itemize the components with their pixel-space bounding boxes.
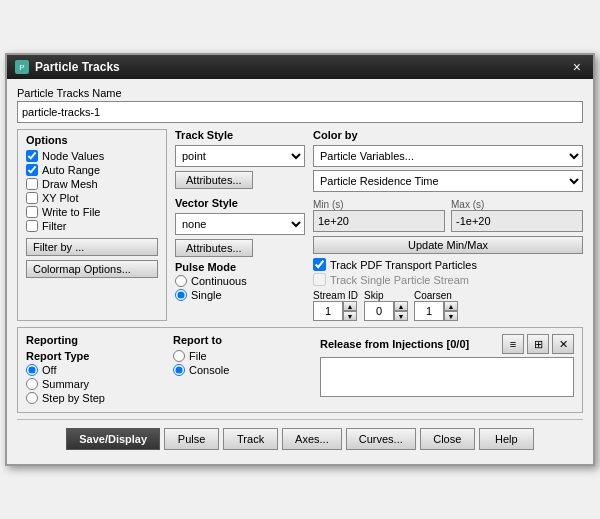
- write-to-file-row: Write to File: [26, 206, 158, 218]
- close-window-button[interactable]: ×: [569, 60, 585, 74]
- max-label: Max (s): [451, 199, 583, 210]
- single-particle-checkbox[interactable]: [313, 273, 326, 286]
- max-input[interactable]: [451, 210, 583, 232]
- skip-down-btn[interactable]: ▼: [394, 311, 408, 321]
- release-add-button[interactable]: ⊞: [527, 334, 549, 354]
- off-row: Off: [26, 364, 153, 376]
- write-to-file-label: Write to File: [42, 206, 100, 218]
- coarsen-spinner: ▲ ▼: [414, 301, 458, 321]
- continuous-radio[interactable]: [175, 275, 187, 287]
- summary-row: Summary: [26, 378, 153, 390]
- close-dialog-button[interactable]: Close: [420, 428, 475, 450]
- track-style-select[interactable]: point line: [175, 145, 305, 167]
- file-label: File: [189, 350, 207, 362]
- max-col: Max (s): [451, 199, 583, 232]
- app-icon: P: [15, 60, 29, 74]
- name-input[interactable]: [17, 101, 583, 123]
- report-type-title: Report Type: [26, 350, 153, 362]
- name-label: Particle Tracks Name: [17, 87, 583, 99]
- colormap-options-button[interactable]: Colormap Options...: [26, 260, 158, 278]
- update-min-max-button[interactable]: Update Min/Max: [313, 236, 583, 254]
- step-by-step-radio[interactable]: [26, 392, 38, 404]
- reporting-title: Reporting: [26, 334, 153, 346]
- track-button[interactable]: Track: [223, 428, 278, 450]
- skip-spinner-btns: ▲ ▼: [394, 301, 408, 321]
- coarsen-up-btn[interactable]: ▲: [444, 301, 458, 311]
- coarsen-label: Coarsen: [414, 290, 458, 301]
- vector-style-select[interactable]: none arrow: [175, 213, 305, 235]
- color-by-dropdown2[interactable]: Particle Residence Time: [313, 170, 583, 192]
- summary-radio[interactable]: [26, 378, 38, 390]
- draw-mesh-checkbox[interactable]: [26, 178, 38, 190]
- single-particle-row: Track Single Particle Stream: [313, 273, 583, 286]
- vector-attributes-button[interactable]: Attributes...: [175, 239, 253, 257]
- window-title: Particle Tracks: [35, 60, 120, 74]
- skip-input[interactable]: [364, 301, 394, 321]
- release-section: Release from Injections [0/0] ≡ ⊞ ✕: [320, 334, 574, 397]
- continuous-row: Continuous: [175, 275, 305, 287]
- stream-id-up-btn[interactable]: ▲: [343, 301, 357, 311]
- report-to-group: Report to File Console: [173, 334, 300, 378]
- off-radio[interactable]: [26, 364, 38, 376]
- dialog-window: P Particle Tracks × Particle Tracks Name…: [5, 53, 595, 466]
- console-radio[interactable]: [173, 364, 185, 376]
- step-by-step-row: Step by Step: [26, 392, 153, 404]
- stream-id-label: Stream ID: [313, 290, 358, 301]
- coarsen-down-btn[interactable]: ▼: [444, 311, 458, 321]
- single-radio[interactable]: [175, 289, 187, 301]
- help-button[interactable]: Help: [479, 428, 534, 450]
- axes-button[interactable]: Axes...: [282, 428, 342, 450]
- options-title: Options: [26, 134, 158, 146]
- release-list-button[interactable]: ≡: [502, 334, 524, 354]
- color-by-dropdown1[interactable]: Particle Variables...: [313, 145, 583, 167]
- pdf-transport-checkbox[interactable]: [313, 258, 326, 271]
- filter-by-button[interactable]: Filter by ...: [26, 238, 158, 256]
- single-row: Single: [175, 289, 305, 301]
- coarsen-input[interactable]: [414, 301, 444, 321]
- filter-label: Filter: [42, 220, 66, 232]
- pdf-transport-row: Track PDF Transport Particles: [313, 258, 583, 271]
- filter-row: Filter: [26, 220, 158, 232]
- off-label: Off: [42, 364, 56, 376]
- coarsen-spinner-btns: ▲ ▼: [444, 301, 458, 321]
- single-particle-label: Track Single Particle Stream: [330, 274, 469, 286]
- reporting-section: Reporting Report Type Off Summary Step b…: [17, 327, 583, 413]
- single-label: Single: [191, 289, 222, 301]
- pulse-button[interactable]: Pulse: [164, 428, 219, 450]
- pulse-section: Pulse Mode Continuous Single: [175, 261, 305, 301]
- node-values-checkbox[interactable]: [26, 150, 38, 162]
- release-header: Release from Injections [0/0] ≡ ⊞ ✕: [320, 334, 574, 354]
- stream-id-input[interactable]: [313, 301, 343, 321]
- draw-mesh-label: Draw Mesh: [42, 178, 98, 190]
- stream-row: Stream ID ▲ ▼ Skip: [313, 290, 583, 321]
- color-by-title: Color by: [313, 129, 583, 141]
- stream-id-down-btn[interactable]: ▼: [343, 311, 357, 321]
- filter-checkbox[interactable]: [26, 220, 38, 232]
- vector-style-title: Vector Style: [175, 197, 305, 209]
- release-label: Release from Injections [0/0]: [320, 338, 469, 350]
- skip-up-btn[interactable]: ▲: [394, 301, 408, 311]
- stream-id-spinner: ▲ ▼: [313, 301, 358, 321]
- curves-button[interactable]: Curves...: [346, 428, 416, 450]
- main-section-row: Options Node Values Auto Range Draw Mesh…: [17, 129, 583, 321]
- stream-id-spinner-btns: ▲ ▼: [343, 301, 357, 321]
- min-input[interactable]: [313, 210, 445, 232]
- auto-range-row: Auto Range: [26, 164, 158, 176]
- file-radio[interactable]: [173, 350, 185, 362]
- bottom-buttons: Save/Display Pulse Track Axes... Curves.…: [17, 419, 583, 456]
- xy-plot-checkbox[interactable]: [26, 192, 38, 204]
- min-col: Min (s): [313, 199, 445, 232]
- continuous-label: Continuous: [191, 275, 247, 287]
- release-textarea[interactable]: [320, 357, 574, 397]
- xy-plot-row: XY Plot: [26, 192, 158, 204]
- release-remove-button[interactable]: ✕: [552, 334, 574, 354]
- report-to-title: Report to: [173, 334, 300, 346]
- middle-section: Track Style point line Attributes... Vec…: [175, 129, 305, 321]
- auto-range-checkbox[interactable]: [26, 164, 38, 176]
- track-style-title: Track Style: [175, 129, 305, 141]
- write-to-file-checkbox[interactable]: [26, 206, 38, 218]
- draw-mesh-row: Draw Mesh: [26, 178, 158, 190]
- track-attributes-button[interactable]: Attributes...: [175, 171, 253, 189]
- stream-id-col: Stream ID ▲ ▼: [313, 290, 358, 321]
- save-display-button[interactable]: Save/Display: [66, 428, 160, 450]
